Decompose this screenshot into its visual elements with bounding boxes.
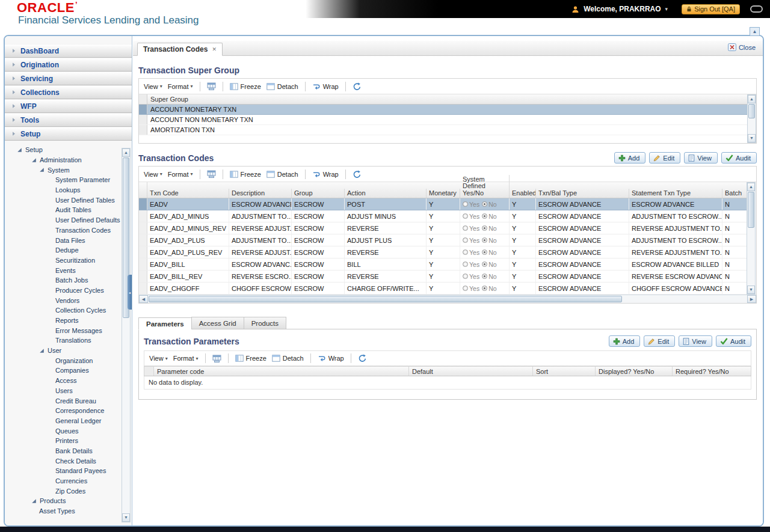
tree-item-batch-jobs[interactable]: Batch Jobs (5, 275, 132, 286)
row-selector[interactable] (139, 258, 147, 270)
codes-row-eadv[interactable]: EADVESCROW ADVANCEESCROWPOSTYYesNoYESCRO… (139, 198, 747, 210)
row-selector[interactable] (139, 198, 147, 210)
codes-row-eadv-adj-minus-rev[interactable]: EADV_ADJ_MINUS_REVREVERSE ADJUST...ESCRO… (139, 222, 747, 234)
system-defined-yes-radio[interactable] (463, 237, 468, 243)
freeze-button[interactable]: Freeze (230, 83, 261, 90)
system-defined-no-radio[interactable] (482, 237, 487, 243)
sidebar-item-wfp[interactable]: WFP (5, 99, 132, 113)
system-defined-no-radio[interactable] (482, 286, 487, 291)
tree-item-collection-cycles[interactable]: Collection Cycles (5, 305, 132, 316)
system-defined-yes-radio[interactable] (463, 274, 468, 279)
format-menu-button[interactable]: Format▾ (168, 171, 193, 178)
tree-item-printers[interactable]: Printers (5, 436, 132, 446)
export-button[interactable] (207, 170, 216, 178)
sidebar-scrollbar[interactable]: ▲▼ (122, 148, 131, 522)
tree-item-audit-tables[interactable]: Audit Tables (5, 205, 132, 215)
system-defined-yes-radio[interactable] (463, 249, 468, 255)
tree-item-users[interactable]: Users (5, 386, 132, 396)
tree-item-reports[interactable]: Reports (5, 316, 132, 326)
tree-item-credit-bureau[interactable]: Credit Bureau (5, 396, 132, 406)
tree-item-currencies[interactable]: Currencies (5, 476, 132, 486)
row-selector[interactable] (139, 210, 147, 222)
system-defined-yes-radio[interactable] (463, 201, 468, 207)
scroll-thumb[interactable] (149, 296, 622, 302)
params-audit-button[interactable]: Audit (716, 335, 751, 347)
tree-item-system-parameter[interactable]: System Parameter (5, 175, 132, 185)
sign-out-button[interactable]: Sign Out [QA] (682, 4, 740, 14)
tree-item-bank-details[interactable]: Bank Details (5, 446, 132, 456)
tree-item-check-details[interactable]: Check Details (5, 456, 132, 466)
wrap-button[interactable]: Wrap (312, 83, 339, 90)
sidebar-item-origination[interactable]: Origination (5, 58, 132, 72)
tab-products[interactable]: Products (244, 317, 286, 329)
scroll-up-button[interactable]: ▲ (748, 95, 756, 103)
codes-row-eadv-bill-rev[interactable]: EADV_BILL_REVREVERSE ESCRO...ESCROWREVER… (139, 271, 747, 283)
tree-item-vendors[interactable]: Vendors (5, 295, 132, 305)
super-group-row-amortization-txn[interactable]: AMORTIZATION TXN (139, 125, 747, 135)
scroll-left-button[interactable]: ◀ (139, 295, 148, 303)
page-scroll-up-button[interactable]: ▲ (750, 27, 760, 36)
system-defined-no-radio[interactable] (482, 274, 487, 279)
scroll-down-button[interactable]: ▼ (747, 286, 755, 294)
tab-parameters[interactable]: Parameters (138, 317, 191, 330)
tree-item-asset-types[interactable]: Asset Types (5, 506, 132, 516)
tree-item-lookups[interactable]: Lookups (5, 185, 132, 195)
codes-add-button[interactable]: Add (614, 152, 646, 164)
view-menu-button[interactable]: View▾ (144, 171, 162, 178)
codes-row-eadv-bill[interactable]: EADV_BILLESCROW ADVANC...ESCROWBILLYYesN… (139, 258, 747, 271)
tree-item-producer-cycles[interactable]: Producer Cycles (5, 286, 132, 296)
system-defined-no-radio[interactable] (482, 201, 487, 207)
refresh-button[interactable] (358, 354, 367, 362)
tab-close-icon[interactable]: ✕ (212, 46, 217, 52)
system-defined-no-radio[interactable] (482, 261, 487, 267)
tree-item-data-files[interactable]: Data Files (5, 235, 132, 245)
sidebar-item-tools[interactable]: Tools (5, 113, 132, 127)
row-selector[interactable] (139, 246, 147, 258)
detach-button[interactable]: Detach (272, 355, 304, 362)
tree-item-organization[interactable]: Organization (5, 355, 132, 365)
refresh-button[interactable] (353, 170, 362, 179)
codes-horizontal-scrollbar[interactable]: ◀ ▶ (139, 295, 756, 303)
sidebar-item-collections[interactable]: Collections (5, 85, 132, 99)
freeze-button[interactable]: Freeze (230, 171, 261, 178)
super-group-row-account-non-monetary-txn[interactable]: ACCOUNT NON MONETARY TXN (139, 115, 747, 125)
params-edit-button[interactable]: Edit (644, 335, 675, 347)
super-group-scrollbar[interactable]: ▲▼ (747, 94, 756, 143)
tree-item-securitization[interactable]: Securitization (5, 255, 132, 266)
tree-item-setup[interactable]: Setup (5, 145, 132, 155)
view-menu-button[interactable]: View▾ (144, 83, 162, 90)
format-menu-button[interactable]: Format▾ (168, 83, 193, 90)
tree-item-queues[interactable]: Queues (5, 426, 132, 436)
row-selector[interactable] (139, 105, 147, 114)
tree-item-general-ledger[interactable]: General Ledger (5, 416, 132, 426)
tree-item-products[interactable]: Products (5, 496, 132, 506)
scroll-up-button[interactable]: ▲ (122, 148, 130, 157)
row-selector[interactable] (139, 283, 147, 294)
tree-item-events[interactable]: Events (5, 265, 132, 275)
super-group-row-account-monetary-txn[interactable]: ACCOUNT MONETARY TXN (139, 105, 747, 115)
tree-item-user-defined-tables[interactable]: User Defined Tables (5, 195, 132, 205)
close-button[interactable]: Close (728, 43, 756, 51)
export-button[interactable] (212, 355, 221, 362)
format-menu-button[interactable]: Format▾ (173, 355, 199, 362)
scroll-track[interactable] (748, 103, 756, 134)
view-menu-button[interactable]: View▾ (149, 355, 168, 362)
tab-transaction-codes[interactable]: Transaction Codes ✕ (137, 43, 223, 56)
system-defined-yes-radio[interactable] (463, 286, 468, 291)
wrap-button[interactable]: Wrap (312, 171, 339, 178)
row-selector[interactable] (139, 234, 147, 246)
sidebar-collapse-handle[interactable]: ◂ (128, 275, 132, 310)
system-defined-yes-radio[interactable] (463, 261, 468, 267)
params-add-button[interactable]: Add (609, 335, 641, 347)
tree-item-error-messages[interactable]: Error Messages (5, 325, 132, 335)
scroll-thumb[interactable] (748, 104, 755, 118)
row-selector[interactable] (139, 125, 147, 135)
codes-row-eadv-adj-plus[interactable]: EADV_ADJ_PLUSADJUSTMENT TO...ESCROWADJUS… (139, 234, 747, 246)
row-selector[interactable] (139, 115, 147, 124)
system-defined-no-radio[interactable] (482, 225, 487, 231)
tree-item-system[interactable]: System (5, 165, 132, 175)
refresh-button[interactable] (353, 82, 362, 91)
tree-item-zip-codes[interactable]: Zip Codes (5, 486, 132, 496)
tab-access-grid[interactable]: Access Grid (191, 317, 244, 329)
welcome-menu[interactable]: Welcome, PRAKRRAO (584, 5, 661, 13)
